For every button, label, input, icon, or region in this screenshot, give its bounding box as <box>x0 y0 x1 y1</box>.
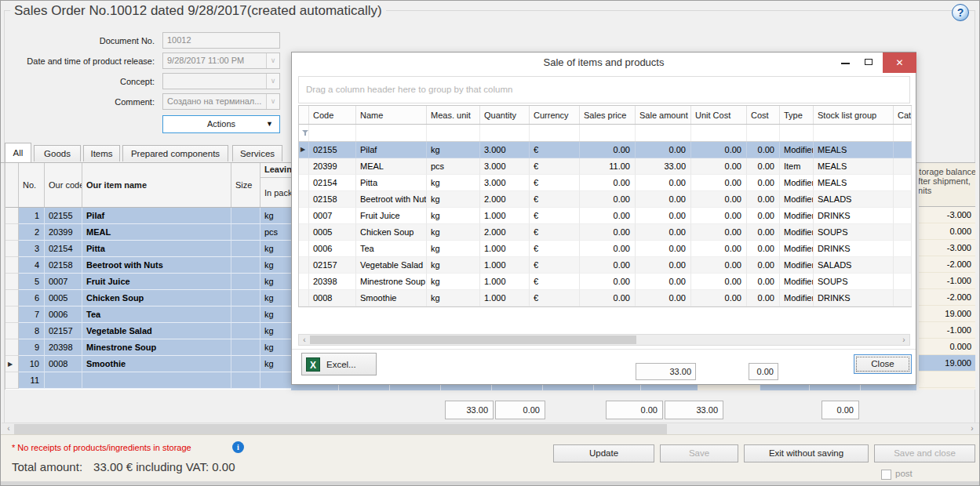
footer-total-box: 33.00 <box>445 401 494 419</box>
filter-cell[interactable] <box>480 125 530 141</box>
row-indicator <box>5 306 19 323</box>
dialog-horizontal-scrollbar[interactable]: ‹ › <box>298 334 910 346</box>
column-header-meas-unit[interactable]: Meas. unit <box>427 106 480 124</box>
table-row[interactable]: 0006Teakg1.000€0.000.000.000.00ModifierD… <box>299 241 911 257</box>
column-header-code[interactable]: Code <box>309 106 356 124</box>
tab-items[interactable]: Items <box>83 145 120 161</box>
concept-field[interactable]: ∨ <box>162 73 280 89</box>
table-row[interactable]: 0008Smoothiekg1.000€0.000.000.000.00Modi… <box>299 290 911 306</box>
table-row[interactable]: 02157Vegetable Saladkg1.000€0.000.000.00… <box>299 257 911 274</box>
close-button[interactable]: Close <box>854 354 912 374</box>
row-indicator <box>299 257 309 274</box>
help-icon[interactable]: ? <box>952 4 969 21</box>
cell-no: 1 <box>19 208 45 224</box>
post-checkbox[interactable] <box>881 470 891 480</box>
column-header-our-item-name[interactable]: Our item name <box>82 162 231 207</box>
document-no-field[interactable]: 10012 <box>162 32 280 49</box>
table-row[interactable]: 302154Pittakg <box>5 241 291 257</box>
filter-cell[interactable] <box>747 125 780 141</box>
filter-cell[interactable] <box>636 125 691 141</box>
exit-without-saving-button[interactable]: Exit without saving <box>744 444 869 462</box>
filter-cell[interactable] <box>780 125 814 141</box>
actions-button[interactable]: Actions▼ <box>162 115 280 133</box>
filter-cell[interactable] <box>580 125 636 141</box>
column-header-leaving[interactable]: Leaving <box>260 162 291 178</box>
cell-stock-list-group: SOUPS <box>814 224 894 241</box>
filter-cell[interactable] <box>814 125 894 141</box>
info-icon[interactable]: i <box>232 441 244 453</box>
update-button[interactable]: Update <box>553 444 654 462</box>
release-datetime-field[interactable]: 9/28/2017 11:00 PM∨ <box>162 53 280 69</box>
column-header-stock-list-group[interactable]: Stock list group <box>814 106 894 124</box>
cell-currency: € <box>530 241 580 257</box>
column-header-our-code[interactable]: Our code <box>45 162 82 207</box>
filter-cell[interactable] <box>309 125 356 141</box>
column-header-unit-cost[interactable]: Unit Cost <box>691 106 747 124</box>
tab-prepared-components[interactable]: Prepared components <box>122 145 228 161</box>
table-row[interactable]: 402158Beetroot with Nutskg <box>5 257 291 274</box>
minimize-icon[interactable] <box>841 63 850 64</box>
column-header-sale-amount[interactable]: Sale amount <box>636 106 691 124</box>
scrollbar-thumb[interactable] <box>310 335 636 344</box>
main-horizontal-scrollbar[interactable]: ‹ › <box>2 423 979 435</box>
table-row[interactable]: 02158Beetroot with Nutskg2.000€0.000.000… <box>299 191 911 208</box>
filter-cell[interactable] <box>356 125 427 141</box>
column-header-category[interactable]: Category <box>894 106 912 124</box>
excel-export-button[interactable]: X Excel... <box>301 353 377 375</box>
column-header-name[interactable]: Name <box>356 106 427 124</box>
scroll-right-icon[interactable]: › <box>967 423 978 434</box>
table-row[interactable]: 0005Chicken Soupkg2.000€0.000.000.000.00… <box>299 224 911 241</box>
group-by-panel[interactable]: Drag a column header here to group by th… <box>298 76 910 103</box>
scrollbar-thumb[interactable] <box>14 424 667 434</box>
filter-row[interactable] <box>299 125 911 142</box>
table-row[interactable]: 02154Pittakg3.000€0.000.000.000.00Modifi… <box>299 175 911 191</box>
column-header-sales-price[interactable]: Sales price <box>580 106 636 124</box>
row-indicator <box>5 274 19 290</box>
cell-name: Pitta <box>356 175 427 191</box>
filter-cell[interactable] <box>894 125 912 141</box>
scroll-left-icon[interactable]: ‹ <box>3 423 14 434</box>
column-header-size[interactable]: Size <box>231 162 260 207</box>
cell-storage-balance: 0.000 <box>919 223 975 240</box>
maximize-icon[interactable] <box>865 59 873 65</box>
dialog-title[interactable]: Sale of items and products <box>292 53 916 74</box>
table-row[interactable]: 70006Teakg <box>5 306 291 323</box>
table-row[interactable]: 802157Vegetable Saladkg <box>5 323 291 339</box>
table-row[interactable]: 102155Pilafkg <box>5 208 291 224</box>
table-row[interactable]: 50007Fruit Juicekg <box>5 274 291 290</box>
column-header-storage-balance[interactable]: Storage balance after shipment, units <box>919 162 975 207</box>
column-header-no[interactable]: No. <box>19 162 45 207</box>
chevron-down-icon[interactable]: ∨ <box>266 74 279 89</box>
table-row[interactable]: 20398Minestrone Soupkg1.000€0.000.000.00… <box>299 274 911 290</box>
table-row[interactable]: ▶100008Smoothiekg <box>5 356 291 372</box>
filter-cell[interactable] <box>691 125 747 141</box>
cell-code: 02154 <box>309 175 356 191</box>
scroll-right-icon[interactable]: › <box>898 335 909 346</box>
column-header-quantity[interactable]: Quantity <box>480 106 530 124</box>
table-row[interactable]: 220399MEALpcs <box>5 224 291 241</box>
chevron-down-icon[interactable]: ∨ <box>266 94 279 109</box>
close-icon[interactable]: ✕ <box>883 53 916 73</box>
tab-goods[interactable]: Goods <box>34 145 81 161</box>
comment-field[interactable]: Создано на терминал...∨ <box>162 93 280 110</box>
column-header-type[interactable]: Type <box>780 106 814 124</box>
filter-cell[interactable] <box>530 125 580 141</box>
column-header-in-packages[interactable]: In packages <box>260 178 291 207</box>
filter-row-icon-cell[interactable] <box>299 125 309 141</box>
table-row[interactable]: 20399MEALpcs3.000€11.0033.000.000.00Item… <box>299 158 911 175</box>
cell-type: Modifier <box>780 274 814 290</box>
cell-our-code: 0007 <box>45 274 82 290</box>
filter-cell[interactable] <box>427 125 480 141</box>
table-row[interactable]: ▶02155Pilafkg3.000€0.000.000.000.00Modif… <box>299 142 911 158</box>
column-header-currency[interactable]: Currency <box>530 106 580 124</box>
chevron-down-icon[interactable]: ∨ <box>266 53 279 68</box>
cell-our-code: 20398 <box>45 339 82 356</box>
table-row[interactable]: 0007Fruit Juicekg1.000€0.000.000.000.00M… <box>299 208 911 224</box>
table-row[interactable]: 11 <box>5 372 291 389</box>
tab-services[interactable]: Services <box>232 145 282 161</box>
table-row[interactable]: 60005Chicken Soupkg <box>5 290 291 306</box>
column-header-cost[interactable]: Cost <box>747 106 780 124</box>
tab-all[interactable]: All <box>5 143 31 162</box>
table-row[interactable]: 920398Minestrone Soupkg <box>5 339 291 356</box>
scroll-left-icon[interactable]: ‹ <box>299 335 310 346</box>
